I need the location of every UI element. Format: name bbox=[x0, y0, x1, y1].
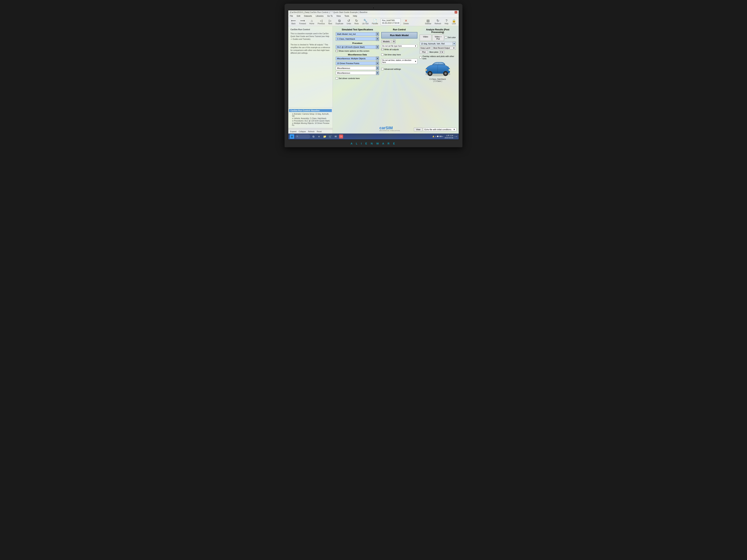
math-model-select[interactable]: Math Model: Ind_Ind bbox=[336, 32, 376, 36]
duplicate-button[interactable]: ⧉ Duplicate bbox=[334, 19, 344, 25]
set-color-checkbox[interactable] bbox=[445, 36, 447, 38]
car-area: C-Class, Hatchback ( C-Class ) bbox=[420, 61, 456, 82]
help-button[interactable]: ? Help bbox=[443, 19, 450, 25]
svg-point-7 bbox=[445, 73, 446, 74]
reset-button[interactable]: Reset bbox=[316, 130, 322, 133]
left-scrollbar[interactable] bbox=[288, 128, 333, 129]
models-button[interactable]: Models: bbox=[381, 40, 392, 43]
help-label: Help bbox=[445, 23, 448, 25]
menu-help[interactable]: Help bbox=[352, 15, 358, 17]
previous-label: Previous bbox=[317, 23, 325, 25]
misc4-select[interactable]: Miscellaneous: bbox=[336, 71, 376, 75]
delete-button[interactable]: ✕ Delete bbox=[402, 19, 410, 25]
content-area: Simulated Test Specifications Math Model… bbox=[336, 28, 456, 84]
echo-file-select[interactable]: Echo file with initial conditions ▼ bbox=[423, 128, 457, 131]
procedure-select[interactable]: DLC @ 120 km/h (Quick Start) bbox=[336, 45, 376, 49]
sim-test-col: Simulated Test Specifications Math Model… bbox=[336, 28, 379, 82]
misc2-select[interactable]: 10 Driver Preview Points bbox=[336, 61, 376, 65]
view-button[interactable]: View bbox=[414, 128, 422, 131]
lock-button[interactable]: 🔒 Lock bbox=[450, 19, 457, 25]
tree-item-animator[interactable]: Animator: Camera Setup: 13 deg. Azimuth,… bbox=[289, 113, 332, 117]
undo-button[interactable]: ↺ Undo bbox=[345, 19, 352, 25]
carsim-logo-car: car bbox=[380, 126, 386, 130]
file-info: Run_6cb07365. 03-26-2019 17:54:44 bbox=[381, 19, 401, 25]
menu-datasets[interactable]: Datasets bbox=[303, 15, 313, 17]
task-view-icon[interactable]: ⧉ bbox=[311, 134, 316, 139]
menu-view[interactable]: View bbox=[336, 15, 341, 17]
close-button[interactable]: ✕ bbox=[455, 11, 457, 14]
show-desktop-icon[interactable]: ▭ bbox=[455, 136, 457, 137]
video-button[interactable]: Video bbox=[420, 35, 432, 41]
more-plots-val: 0 bbox=[440, 51, 441, 53]
video-plot-button[interactable]: Video + Plot bbox=[432, 35, 444, 41]
app-icon[interactable]: CS bbox=[339, 134, 343, 138]
menu-file[interactable]: File bbox=[289, 15, 294, 17]
store-icon[interactable]: 🛒 bbox=[328, 134, 332, 139]
most-recent-select[interactable]: Most Recent Output ▼ bbox=[432, 47, 456, 50]
next-button[interactable]: ▷ Next bbox=[327, 19, 334, 25]
misc1-select[interactable]: Miscellaneous: Multiple Objects bbox=[336, 57, 376, 60]
forward-label: Forward bbox=[299, 23, 306, 25]
misc2-arrow[interactable]: ▼ bbox=[376, 61, 379, 65]
set-time-checkbox[interactable] bbox=[381, 54, 384, 56]
back-button[interactable]: ⟵ Back bbox=[290, 19, 297, 25]
parsfile-button[interactable]: 📄 Parsfile bbox=[370, 19, 379, 25]
misc3-arrow[interactable]: ▼ bbox=[376, 66, 379, 70]
home-button[interactable]: ⌂ Home bbox=[308, 19, 316, 25]
start-button[interactable]: ⊞ bbox=[290, 134, 294, 139]
misc1-arrow[interactable]: ▼ bbox=[376, 56, 379, 60]
search-box[interactable]: 🔍 bbox=[295, 134, 310, 138]
vehicle-label: C-Class, Hatchback bbox=[337, 38, 355, 40]
misc3-select[interactable]: Miscellaneous: bbox=[336, 66, 376, 70]
left-text-content: This is a baseline example used in the C… bbox=[290, 32, 330, 54]
sidebar-button[interactable]: ▤ Sidebar bbox=[424, 19, 433, 25]
menu-goto[interactable]: Go To bbox=[327, 15, 333, 17]
menu-edit[interactable]: Edit bbox=[296, 15, 301, 17]
carsim-logo-sub: MECHANICAL SIMULATION. bbox=[380, 130, 401, 131]
tree-item-objects[interactable]: Multiple Moving Objects: 10 Driver Previ… bbox=[289, 122, 332, 127]
left-panel: CarSim Run Control This is a baseline ex… bbox=[288, 26, 333, 134]
procedure-arrow[interactable]: ▼ bbox=[376, 45, 379, 49]
more-plots-select[interactable]: 0 ▼ bbox=[439, 51, 444, 54]
explorer-icon[interactable]: 📁 bbox=[323, 134, 327, 139]
animator-select[interactable]: 13 deg. Azimuth, Veh. Ref. bbox=[420, 42, 453, 46]
plot-button[interactable]: Plot bbox=[420, 50, 428, 54]
tree-refresh-button[interactable]: Refresh bbox=[308, 130, 315, 133]
collapse-button[interactable]: Collapse bbox=[298, 130, 306, 133]
math-model-arrow[interactable]: ▼ bbox=[376, 32, 379, 36]
animator-arrow[interactable]: ▼ bbox=[453, 42, 456, 46]
misc4-arrow[interactable]: ▼ bbox=[376, 71, 379, 75]
do-not-set-select[interactable]: Do not set time, station, or direction h… bbox=[381, 59, 417, 64]
lib-tool-button[interactable]: 🔧 Lib Tool bbox=[361, 19, 370, 25]
home-icon: ⌂ bbox=[311, 19, 313, 22]
keep-last-select[interactable]: Keep Last ▼ bbox=[420, 47, 432, 50]
forward-button[interactable]: ⟶ Forward bbox=[298, 19, 307, 25]
set-driver-checkbox[interactable] bbox=[336, 77, 338, 79]
previous-button[interactable]: ◁ Previous bbox=[316, 19, 326, 25]
svg-point-8 bbox=[448, 69, 450, 71]
redo-icon: ↻ bbox=[355, 19, 358, 22]
help-icon: ? bbox=[445, 19, 447, 22]
menu-libraries[interactable]: Libraries bbox=[315, 15, 324, 17]
analyze-btns: Video Video + Plot Set color bbox=[420, 35, 456, 41]
do-not-set-row: Do not set time, station, or direction h… bbox=[381, 59, 417, 64]
redo-button[interactable]: ↻ Redo bbox=[353, 19, 360, 25]
write-outputs-checkbox[interactable]: ✓ bbox=[381, 48, 384, 51]
tree-item-procedures[interactable]: Procedures: DLC @ 120 km/h (Quick Start) bbox=[289, 119, 332, 122]
overlay-label: Overlay videos and plots with other runs bbox=[422, 55, 456, 60]
models-arrow[interactable]: ▼ bbox=[393, 39, 395, 43]
run-math-model-button[interactable]: Run Math Model bbox=[381, 32, 417, 38]
refresh-button[interactable]: ↻ Refresh bbox=[433, 19, 442, 25]
edge-icon[interactable]: e bbox=[317, 134, 321, 139]
tree-item-vehicle[interactable]: Vehicle: Assembly: C-Class, Hatchback bbox=[289, 117, 332, 119]
expand-button[interactable]: Expand bbox=[290, 130, 297, 133]
menu-tools[interactable]: Tools bbox=[344, 15, 350, 17]
svg-rect-11 bbox=[447, 67, 448, 68]
overlay-checkbox[interactable] bbox=[420, 56, 422, 58]
adv-settings-checkbox[interactable] bbox=[381, 68, 384, 70]
file-type-select[interactable]: Do not set file type here ▼ bbox=[381, 45, 417, 48]
show-more-checkbox[interactable]: ✓ bbox=[336, 50, 338, 52]
mail-icon[interactable]: ✉ bbox=[334, 134, 338, 139]
vehicle-arrow[interactable]: ▼ bbox=[376, 37, 379, 41]
vehicle-select[interactable]: C-Class, Hatchback bbox=[336, 37, 376, 41]
